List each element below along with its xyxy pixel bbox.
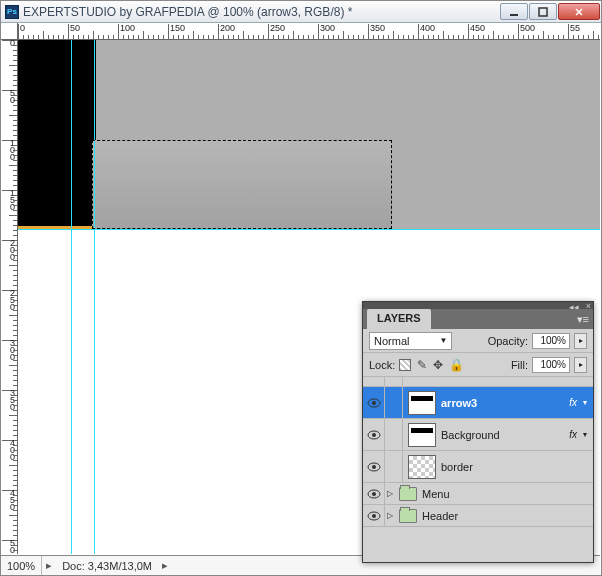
layer-fx-icon[interactable]: fx: [569, 397, 577, 408]
layer-name[interactable]: border: [441, 460, 593, 473]
guide-vertical[interactable]: [94, 40, 95, 554]
maximize-button[interactable]: [529, 3, 557, 20]
doc-label: Doc:: [62, 560, 85, 572]
artwork-black-block: [18, 40, 96, 226]
ruler-h-label: 200: [220, 23, 235, 33]
lock-image-icon[interactable]: ✎: [417, 358, 427, 372]
close-button[interactable]: [558, 3, 600, 20]
svg-point-13: [372, 514, 376, 518]
lock-label: Lock:: [369, 359, 395, 371]
window-controls: [499, 3, 600, 20]
ruler-h-label: 500: [520, 23, 535, 33]
layer-thumbnail[interactable]: [408, 423, 436, 447]
blend-mode-value: Normal: [374, 335, 409, 347]
ruler-h-label: 50: [70, 23, 80, 33]
tab-layers[interactable]: LAYERS: [367, 309, 431, 329]
svg-point-9: [372, 465, 376, 469]
layer-name[interactable]: Header: [422, 509, 593, 522]
lock-transparency-icon[interactable]: [399, 359, 411, 371]
doc-size[interactable]: Doc: 3,43M/13,0M: [56, 556, 158, 575]
layer-name[interactable]: Menu: [422, 487, 593, 500]
opacity-flyout-icon[interactable]: ▸: [574, 333, 587, 349]
layer-row[interactable]: arrow3fx▾: [363, 387, 593, 419]
layer-row[interactable]: Backgroundfx▾: [363, 419, 593, 451]
layer-name[interactable]: arrow3: [441, 396, 569, 409]
ruler-v-label: 50: [3, 90, 15, 104]
layer-group-row[interactable]: ▷Header: [363, 505, 593, 527]
ruler-h-label: 400: [420, 23, 435, 33]
svg-rect-1: [539, 8, 547, 16]
visibility-toggle[interactable]: [363, 419, 385, 450]
ruler-h-label: 55: [570, 23, 580, 33]
ruler-h-label: 300: [320, 23, 335, 33]
minimize-button[interactable]: [500, 3, 528, 20]
ruler-origin[interactable]: [1, 23, 18, 40]
panel-menu-icon[interactable]: ▾≡: [577, 313, 589, 326]
layers-panel[interactable]: ◂◂ × LAYERS ▾≡ Normal ▼ Opacity: 100% ▸ …: [362, 301, 594, 563]
blend-opacity-row: Normal ▼ Opacity: 100% ▸: [363, 329, 593, 353]
ruler-h-label: 100: [120, 23, 135, 33]
layer-indent: [385, 419, 403, 450]
panel-grip[interactable]: ◂◂ ×: [363, 302, 593, 309]
svg-point-5: [372, 401, 376, 405]
window-titlebar: Ps EXPERTSTUDIO by GRAFPEDIA @ 100% (arr…: [1, 1, 601, 23]
svg-rect-0: [510, 14, 518, 16]
layer-fx-expand-icon[interactable]: ▾: [583, 430, 587, 439]
chevron-down-icon: ▼: [439, 336, 447, 345]
ruler-h-label: 150: [170, 23, 185, 33]
opacity-field[interactable]: 100%: [532, 333, 570, 349]
layer-fx-icon[interactable]: fx: [569, 429, 577, 440]
lock-fill-row: Lock: ✎ ✥ 🔒 Fill: 100% ▸: [363, 353, 593, 377]
opacity-label: Opacity:: [488, 335, 528, 347]
layer-name[interactable]: Background: [441, 428, 569, 441]
visibility-toggle[interactable]: [363, 387, 385, 418]
layer-indent: [385, 451, 403, 482]
visibility-toggle[interactable]: [363, 451, 385, 482]
status-menu-icon[interactable]: ▸: [158, 559, 172, 572]
guide-vertical[interactable]: [71, 40, 72, 554]
blend-mode-select[interactable]: Normal ▼: [369, 332, 452, 350]
fill-label: Fill:: [511, 359, 528, 371]
visibility-toggle[interactable]: [363, 483, 385, 504]
group-expand-icon[interactable]: ▷: [387, 511, 397, 520]
svg-point-7: [372, 433, 376, 437]
ruler-h-label: 250: [270, 23, 285, 33]
ruler-h-label: 0: [20, 23, 25, 33]
ruler-v-label: 500: [3, 540, 15, 554]
layer-thumbnail[interactable]: [408, 391, 436, 415]
panel-tab-row: LAYERS ▾≡: [363, 309, 593, 329]
layer-indent: [385, 387, 403, 418]
fill-flyout-icon[interactable]: ▸: [574, 357, 587, 373]
folder-icon: [399, 509, 417, 523]
zoom-field[interactable]: 100%: [1, 556, 42, 575]
window-title: EXPERTSTUDIO by GRAFPEDIA @ 100% (arrow3…: [23, 5, 499, 19]
layer-fx-expand-icon[interactable]: ▾: [583, 398, 587, 407]
layer-group-row[interactable]: ▷Menu: [363, 483, 593, 505]
layer-row-cut: [363, 377, 593, 387]
lock-all-icon[interactable]: 🔒: [449, 358, 464, 372]
ruler-h-label: 350: [370, 23, 385, 33]
guide-horizontal[interactable]: [18, 229, 600, 230]
svg-point-11: [372, 492, 376, 496]
layer-list: arrow3fx▾Backgroundfx▾border▷Menu▷Header: [363, 377, 593, 527]
visibility-toggle[interactable]: [363, 505, 385, 526]
layer-thumbnail[interactable]: [408, 455, 436, 479]
ruler-h-label: 450: [470, 23, 485, 33]
ruler-horizontal[interactable]: 05010015020025030035040045050055: [18, 23, 600, 40]
doc-value: 3,43M/13,0M: [88, 560, 152, 572]
folder-icon: [399, 487, 417, 501]
status-arrow-icon[interactable]: ▸: [42, 559, 56, 572]
app-icon: Ps: [5, 5, 19, 19]
ruler-vertical[interactable]: 050100150200250300350400450500: [1, 40, 18, 554]
selection-marquee[interactable]: [92, 140, 392, 229]
layer-row[interactable]: border: [363, 451, 593, 483]
group-expand-icon[interactable]: ▷: [387, 489, 397, 498]
lock-position-icon[interactable]: ✥: [433, 358, 443, 372]
fill-field[interactable]: 100%: [532, 357, 570, 373]
